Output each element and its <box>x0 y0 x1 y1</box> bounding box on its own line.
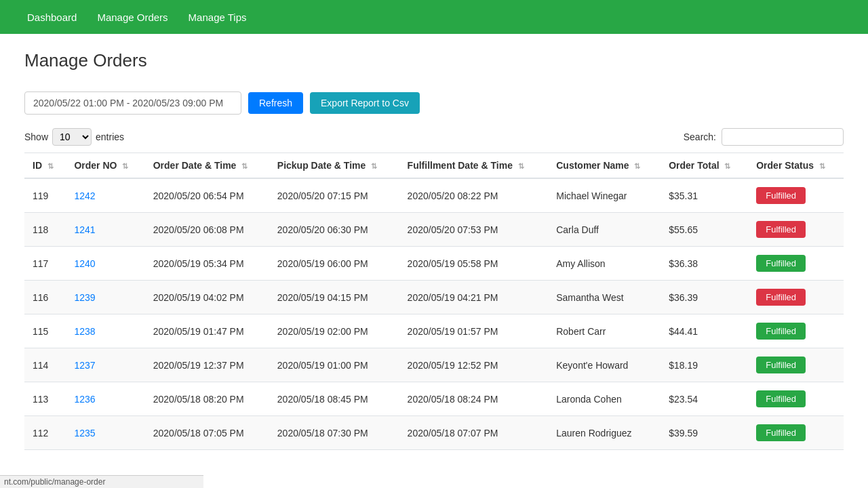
cell-order-status: Fulfilled <box>748 178 844 213</box>
cell-order-no: 1236 <box>66 382 144 416</box>
sort-icon-fulfillment-date: ⇅ <box>518 162 524 171</box>
orders-table: ID ⇅ Order NO ⇅ Order Date & Time ⇅ Pick… <box>24 152 844 450</box>
order-link[interactable]: 1242 <box>74 190 95 201</box>
status-badge: Fulfilled <box>756 255 806 272</box>
cell-id: 117 <box>24 247 66 281</box>
status-badge: Fulfilled <box>756 187 806 204</box>
cell-order-date: 2020/05/20 06:08 PM <box>145 213 269 247</box>
search-input[interactable] <box>722 128 844 146</box>
col-pickup-date[interactable]: Pickup Date & Time ⇅ <box>269 153 399 179</box>
cell-order-date: 2020/05/20 06:54 PM <box>145 178 269 213</box>
table-header-row: ID ⇅ Order NO ⇅ Order Date & Time ⇅ Pick… <box>24 153 844 179</box>
cell-pickup-date: 2020/05/19 06:00 PM <box>269 247 399 281</box>
nav-dashboard[interactable]: Dashboard <box>27 12 77 23</box>
sort-icon-order-no: ⇅ <box>122 162 128 171</box>
cell-order-total: $35.31 <box>660 178 748 213</box>
cell-order-status: Fulfilled <box>748 281 844 314</box>
order-link[interactable]: 1241 <box>74 224 95 235</box>
status-badge: Fulfilled <box>756 289 806 306</box>
cell-fulfillment-date: 2020/05/19 05:58 PM <box>399 247 549 281</box>
cell-order-no: 1238 <box>66 314 144 348</box>
cell-pickup-date: 2020/05/20 06:30 PM <box>269 213 399 247</box>
cell-customer-name: Carla Duff <box>548 213 660 247</box>
cell-order-no: 1240 <box>66 247 144 281</box>
entries-label: entries <box>96 131 124 142</box>
sort-icon-pickup-date: ⇅ <box>371 162 377 171</box>
cell-order-date: 2020/05/18 07:05 PM <box>145 416 269 450</box>
cell-order-status: Fulfilled <box>748 247 844 281</box>
cell-customer-name: Laronda Cohen <box>548 382 660 416</box>
col-order-date[interactable]: Order Date & Time ⇅ <box>145 153 269 179</box>
cell-order-status: Fulfilled <box>748 213 844 247</box>
sort-icon-order-total: ⇅ <box>724 162 730 171</box>
cell-pickup-date: 2020/05/19 04:15 PM <box>269 281 399 314</box>
cell-order-total: $18.19 <box>660 348 748 382</box>
col-order-no[interactable]: Order NO ⇅ <box>66 153 144 179</box>
cell-order-date: 2020/05/19 04:02 PM <box>145 281 269 314</box>
page-title: Manage Orders <box>24 50 844 71</box>
cell-customer-name: Samantha West <box>548 281 660 314</box>
status-badge: Fulfilled <box>756 323 806 340</box>
cell-id: 116 <box>24 281 66 314</box>
cell-fulfillment-date: 2020/05/19 04:21 PM <box>399 281 549 314</box>
table-row: 117 1240 2020/05/19 05:34 PM 2020/05/19 … <box>24 247 844 281</box>
order-link[interactable]: 1239 <box>74 292 95 303</box>
table-row: 115 1238 2020/05/19 01:47 PM 2020/05/19 … <box>24 314 844 348</box>
col-fulfillment-date[interactable]: Fulfillment Date & Time ⇅ <box>399 153 549 179</box>
cell-pickup-date: 2020/05/19 01:00 PM <box>269 348 399 382</box>
cell-fulfillment-date: 2020/05/20 08:22 PM <box>399 178 549 213</box>
table-row: 116 1239 2020/05/19 04:02 PM 2020/05/19 … <box>24 281 844 314</box>
status-badge: Fulfilled <box>756 424 806 441</box>
sort-icon-order-date: ⇅ <box>241 162 248 171</box>
cell-pickup-date: 2020/05/18 07:30 PM <box>269 416 399 450</box>
cell-customer-name: Keyont'e Howard <box>548 348 660 382</box>
cell-id: 114 <box>24 348 66 382</box>
cell-id: 118 <box>24 213 66 247</box>
cell-fulfillment-date: 2020/05/18 08:24 PM <box>399 382 549 416</box>
cell-order-status: Fulfilled <box>748 348 844 382</box>
status-badge: Fulfilled <box>756 390 806 407</box>
page-content: Manage Orders Refresh Export Report to C… <box>0 34 868 466</box>
table-row: 114 1237 2020/05/19 12:37 PM 2020/05/19 … <box>24 348 844 382</box>
order-link[interactable]: 1238 <box>74 326 95 337</box>
nav-manage-tips[interactable]: Manage Tips <box>189 12 247 23</box>
order-link[interactable]: 1240 <box>74 258 95 269</box>
controls-row: Refresh Export Report to Csv <box>24 92 844 115</box>
col-customer-name[interactable]: Customer Name ⇅ <box>548 153 660 179</box>
sort-icon-order-status: ⇅ <box>819 162 825 171</box>
cell-pickup-date: 2020/05/20 07:15 PM <box>269 178 399 213</box>
refresh-button[interactable]: Refresh <box>248 92 303 114</box>
date-range-input[interactable] <box>24 92 241 115</box>
order-link[interactable]: 1236 <box>74 394 95 405</box>
navbar: Dashboard Manage Orders Manage Tips <box>0 0 868 34</box>
cell-order-date: 2020/05/19 01:47 PM <box>145 314 269 348</box>
cell-order-total: $36.38 <box>660 247 748 281</box>
sort-icon-id: ⇅ <box>47 162 54 171</box>
cell-id: 119 <box>24 178 66 213</box>
cell-order-no: 1241 <box>66 213 144 247</box>
cell-order-total: $36.39 <box>660 281 748 314</box>
table-meta: Show 10 25 50 100 entries Search: <box>24 128 844 146</box>
col-order-status[interactable]: Order Status ⇅ <box>748 153 844 179</box>
cell-fulfillment-date: 2020/05/19 01:57 PM <box>399 314 549 348</box>
show-entries: Show 10 25 50 100 entries <box>24 128 124 146</box>
order-link[interactable]: 1237 <box>74 360 95 371</box>
status-badge: Fulfilled <box>756 357 806 373</box>
export-button[interactable]: Export Report to Csv <box>310 92 420 114</box>
table-row: 113 1236 2020/05/18 08:20 PM 2020/05/18 … <box>24 382 844 416</box>
cell-pickup-date: 2020/05/19 02:00 PM <box>269 314 399 348</box>
cell-order-no: 1239 <box>66 281 144 314</box>
entries-select[interactable]: 10 25 50 100 <box>52 128 92 146</box>
cell-order-total: $23.54 <box>660 382 748 416</box>
sort-icon-customer-name: ⇅ <box>634 162 640 171</box>
cell-order-status: Fulfilled <box>748 314 844 348</box>
col-id[interactable]: ID ⇅ <box>24 153 66 179</box>
cell-customer-name: Robert Carr <box>548 314 660 348</box>
cell-order-date: 2020/05/19 12:37 PM <box>145 348 269 382</box>
cell-customer-name: Michael Winegar <box>548 178 660 213</box>
nav-manage-orders[interactable]: Manage Orders <box>97 12 167 23</box>
table-row: 119 1242 2020/05/20 06:54 PM 2020/05/20 … <box>24 178 844 213</box>
cell-order-date: 2020/05/18 08:20 PM <box>145 382 269 416</box>
order-link[interactable]: 1235 <box>74 428 95 439</box>
col-order-total[interactable]: Order Total ⇅ <box>660 153 748 179</box>
